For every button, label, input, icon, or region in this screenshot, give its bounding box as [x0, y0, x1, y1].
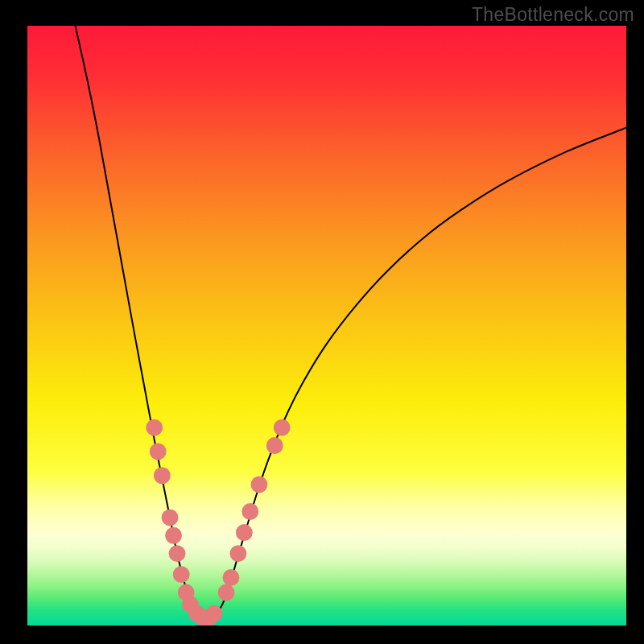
highlight-dot	[223, 569, 240, 586]
highlight-dot	[165, 527, 182, 544]
highlight-dot	[266, 437, 283, 454]
highlight-dot	[162, 509, 179, 526]
highlight-dot	[206, 605, 223, 622]
curve-layer	[27, 26, 626, 625]
highlight-dot	[169, 545, 186, 562]
plot-area	[27, 26, 626, 625]
highlight-dot	[229, 545, 246, 562]
highlight-dot	[218, 584, 235, 601]
highlight-dot	[251, 476, 268, 493]
highlight-dot	[146, 419, 163, 436]
bottleneck-curve	[76, 26, 626, 620]
highlight-dot	[173, 566, 190, 583]
highlight-dot	[150, 444, 167, 460]
watermark-text: TheBottleneck.com	[472, 4, 634, 26]
highlight-dot	[274, 419, 291, 436]
chart-stage: TheBottleneck.com	[0, 0, 644, 644]
highlight-dot	[236, 524, 253, 541]
highlight-dot	[154, 467, 171, 484]
highlight-dot	[242, 503, 258, 520]
highlight-dots-group	[146, 419, 290, 625]
